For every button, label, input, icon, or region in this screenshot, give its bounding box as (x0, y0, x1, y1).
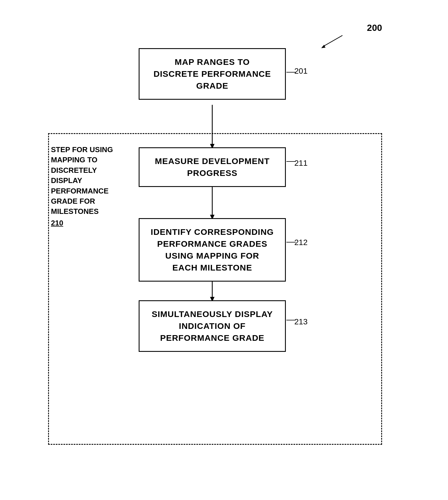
step-label-210: STEP FOR USING MAPPING TO DISCRETELY DIS… (51, 144, 127, 228)
diagram-label-200: 200 (367, 23, 382, 33)
label-213: 213 (294, 317, 308, 326)
label-201: 201 (294, 67, 308, 76)
box-211-text: MEASURE DEVELOPMENT PROGRESS (145, 155, 279, 179)
box-map-ranges-text: MAP RANGES TO DISCRETE PERFORMANCE GRADE (145, 56, 279, 92)
label-211: 211 (294, 159, 308, 168)
box-212-text: IDENTIFY CORRESPONDING PERFORMANCE GRADE… (145, 226, 279, 274)
label-212: 212 (294, 238, 308, 247)
svg-line-0 (323, 35, 342, 47)
box-measure-development: MEASURE DEVELOPMENT PROGRESS (139, 147, 286, 187)
box-map-ranges: MAP RANGES TO DISCRETE PERFORMANCE GRADE (139, 48, 286, 100)
box-identify-grades: IDENTIFY CORRESPONDING PERFORMANCE GRADE… (139, 218, 286, 282)
box-simultaneously-display: SIMULTANEOUSLY DISPLAY INDICATION OF PER… (139, 300, 286, 352)
box-213-text: SIMULTANEOUSLY DISPLAY INDICATION OF PER… (145, 308, 279, 344)
svg-marker-1 (321, 45, 325, 48)
diagram-container: 200 MAP RANGES TO DISCRETE PERFORMANCE G… (42, 23, 405, 465)
